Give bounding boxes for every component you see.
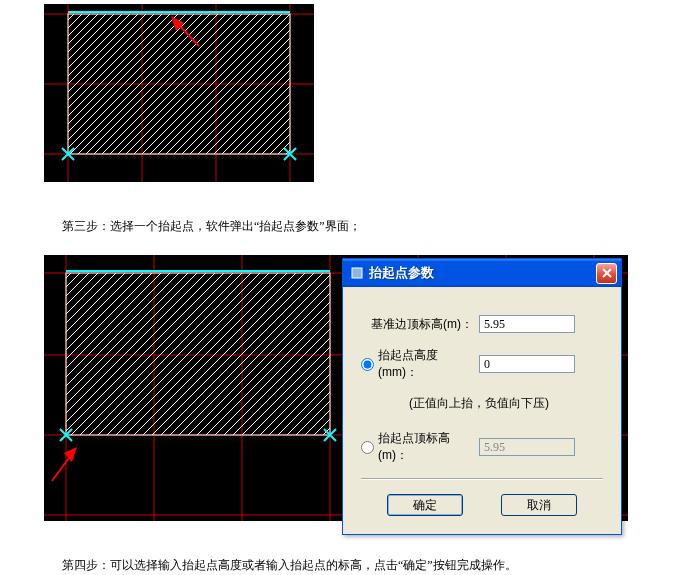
lift-elevation-label: 抬起点顶标高(m)： xyxy=(378,430,473,464)
lift-elevation-input xyxy=(479,438,575,456)
lift-height-note: (正值向上抬，负值向下压) xyxy=(409,395,603,412)
lift-point-dialog: 抬起点参数 基准边顶标高(m)： 抬起点高度(mm)： (正值向上抬，负值向下压… xyxy=(342,258,622,535)
lift-height-input[interactable] xyxy=(479,355,575,373)
lift-elevation-radio[interactable] xyxy=(361,441,374,454)
lift-height-label: 抬起点高度(mm)： xyxy=(378,347,473,381)
svg-rect-22 xyxy=(66,273,330,435)
step-4-text: 第四步：可以选择输入抬起点高度或者输入抬起点的标高，点击“确定”按钮完成操作。 xyxy=(62,557,673,574)
base-elevation-input[interactable] xyxy=(479,315,575,333)
dialog-icon xyxy=(349,265,365,281)
cad-canvas-1 xyxy=(44,4,314,182)
svg-rect-7 xyxy=(68,14,290,154)
cad-drawing-1 xyxy=(44,4,314,182)
dialog-divider xyxy=(361,478,603,480)
cad-canvas-2: 抬起点参数 基准边顶标高(m)： 抬起点高度(mm)： (正值向上抬，负值向下压… xyxy=(44,255,628,521)
svg-rect-26 xyxy=(352,268,362,278)
dialog-body: 基准边顶标高(m)： 抬起点高度(mm)： (正值向上抬，负值向下压) 抬起点顶… xyxy=(343,287,621,534)
close-icon xyxy=(602,268,612,278)
ok-button[interactable]: 确定 xyxy=(387,494,463,516)
dialog-titlebar[interactable]: 抬起点参数 xyxy=(343,259,621,287)
step-3-text: 第三步：选择一个抬起点，软件弹出“抬起点参数”界面； xyxy=(62,218,673,235)
base-elevation-label: 基准边顶标高(m)： xyxy=(361,316,479,333)
lift-height-radio[interactable] xyxy=(361,358,374,371)
cancel-button[interactable]: 取消 xyxy=(501,494,577,516)
close-button[interactable] xyxy=(596,263,617,284)
dialog-title: 抬起点参数 xyxy=(369,264,596,282)
